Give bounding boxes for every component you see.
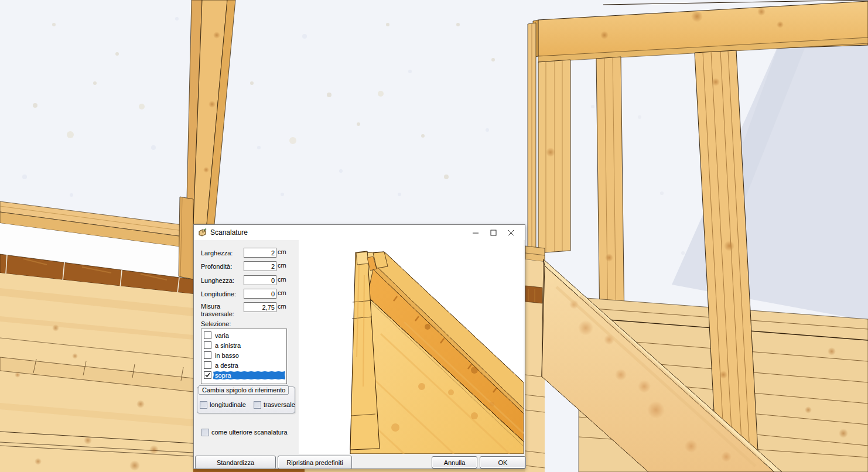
field-label: Lunghezza: [201,277,234,284]
unit-label: cm [278,303,286,310]
scanalature-dialog: Scanalature Larghezza: cm Profondità: cm… [193,224,525,469]
checkbox-icon[interactable] [204,351,211,359]
trasversale-checkbox[interactable] [254,401,261,409]
ulteriore-scanalatura-checkbox[interactable] [201,429,209,436]
misura-trasversale-field[interactable] [244,302,276,312]
list-item-in-basso[interactable]: in basso [201,350,286,360]
lunghezza-field[interactable] [244,275,276,285]
unit-label: cm [278,289,286,296]
checkbox-icon[interactable] [204,341,211,349]
close-icon[interactable] [502,226,520,239]
beam-icon [198,228,207,237]
standardize-button[interactable]: Standardizza [195,456,276,469]
list-item-sopra[interactable]: sopra [201,370,286,380]
checkmark-icon[interactable] [204,371,211,379]
longitudine-field[interactable] [244,289,276,299]
field-label: Larghezza: [201,249,233,256]
cancel-button[interactable]: Annulla [432,456,477,468]
grooved-beam-preview [299,240,524,454]
unit-label: cm [278,262,286,269]
reference-edge-group: Cambia spigolo di riferimento longitudin… [197,387,295,413]
wall-stud [596,57,624,326]
larghezza-field[interactable] [244,248,276,258]
selection-label: Selezione: [201,320,231,327]
unit-label: cm [278,276,286,283]
lamella-block [525,286,542,303]
checkbox-icon[interactable] [204,361,211,369]
list-item-a-destra[interactable]: a destra [201,360,286,370]
maximize-icon[interactable] [484,226,502,239]
selection-listbox: varia a sinistra in basso a destra sopra [201,329,287,384]
list-item-a-sinistra[interactable]: a sinistra [201,340,286,350]
restore-defaults-button[interactable]: Ripristina predefiniti [278,456,352,469]
ok-button[interactable]: OK [480,456,526,468]
dialog-title: Scanalature [210,228,248,237]
wall-stud [538,60,570,253]
unit-label: cm [278,248,286,255]
field-label: Longitudine: [201,290,236,297]
checkbox-icon[interactable] [204,331,211,339]
field-label: Misura trasversale: [201,303,243,318]
minimize-icon[interactable] [467,226,484,239]
groove-preview-pane [299,240,524,454]
group-title: Cambia spigolo di riferimento [199,385,289,395]
field-label: Profondità: [201,263,232,270]
list-item-varia[interactable]: varia [201,330,286,340]
dialog-titlebar: Scanalature [194,225,525,240]
longitudinale-checkbox[interactable] [200,401,207,409]
profondita-field[interactable] [244,261,276,271]
